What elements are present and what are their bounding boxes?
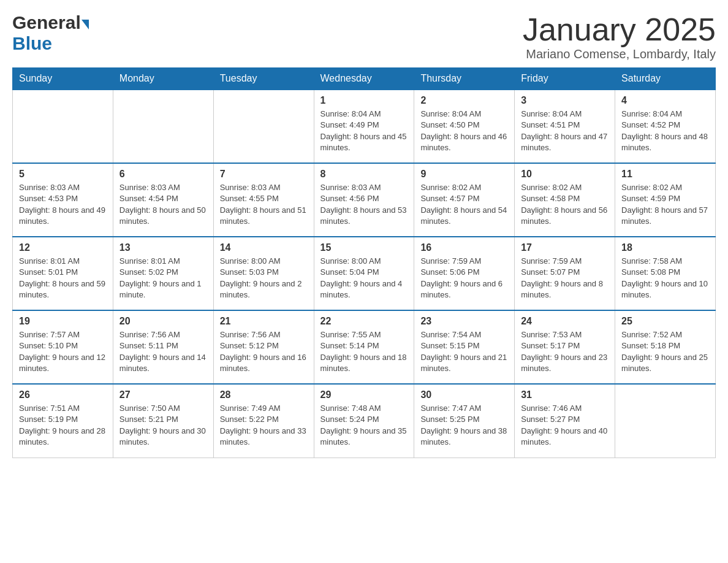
- calendar-cell: [113, 90, 213, 163]
- header-tuesday: Tuesday: [213, 68, 314, 90]
- day-info: Sunrise: 8:00 AM Sunset: 5:03 PM Dayligh…: [220, 256, 308, 301]
- day-info: Sunrise: 7:52 AM Sunset: 5:18 PM Dayligh…: [621, 329, 709, 374]
- day-info: Sunrise: 7:59 AM Sunset: 5:06 PM Dayligh…: [420, 256, 508, 301]
- calendar-cell: 28Sunrise: 7:49 AM Sunset: 5:22 PM Dayli…: [213, 384, 314, 458]
- day-info: Sunrise: 7:48 AM Sunset: 5:24 PM Dayligh…: [320, 403, 408, 448]
- day-number: 4: [621, 95, 709, 106]
- calendar-cell: 2Sunrise: 8:04 AM Sunset: 4:50 PM Daylig…: [414, 90, 515, 163]
- day-number: 17: [521, 242, 609, 253]
- day-number: 8: [320, 169, 408, 180]
- calendar-cell: 25Sunrise: 7:52 AM Sunset: 5:18 PM Dayli…: [615, 310, 716, 384]
- day-info: Sunrise: 8:03 AM Sunset: 4:54 PM Dayligh…: [119, 182, 207, 227]
- calendar-cell: 31Sunrise: 7:46 AM Sunset: 5:27 PM Dayli…: [515, 384, 615, 458]
- day-info: Sunrise: 7:57 AM Sunset: 5:10 PM Dayligh…: [19, 329, 107, 374]
- header-thursday: Thursday: [414, 68, 515, 90]
- calendar-cell: 30Sunrise: 7:47 AM Sunset: 5:25 PM Dayli…: [414, 384, 515, 458]
- day-number: 20: [119, 316, 207, 327]
- day-info: Sunrise: 8:04 AM Sunset: 4:52 PM Dayligh…: [621, 109, 709, 153]
- day-number: 14: [220, 242, 308, 253]
- day-info: Sunrise: 7:51 AM Sunset: 5:19 PM Dayligh…: [19, 403, 107, 448]
- day-number: 26: [19, 389, 107, 400]
- day-info: Sunrise: 7:59 AM Sunset: 5:07 PM Dayligh…: [521, 256, 609, 301]
- calendar-cell: [13, 90, 113, 163]
- day-info: Sunrise: 8:04 AM Sunset: 4:51 PM Dayligh…: [521, 109, 609, 153]
- day-number: 1: [320, 95, 408, 106]
- calendar-cell: 22Sunrise: 7:55 AM Sunset: 5:14 PM Dayli…: [314, 310, 414, 384]
- day-number: 13: [119, 242, 207, 253]
- day-info: Sunrise: 7:53 AM Sunset: 5:17 PM Dayligh…: [521, 329, 609, 374]
- day-info: Sunrise: 8:04 AM Sunset: 4:49 PM Dayligh…: [320, 109, 408, 153]
- day-number: 12: [19, 242, 107, 253]
- calendar-cell: 24Sunrise: 7:53 AM Sunset: 5:17 PM Dayli…: [515, 310, 615, 384]
- day-number: 21: [220, 316, 308, 327]
- calendar-cell: 1Sunrise: 8:04 AM Sunset: 4:49 PM Daylig…: [314, 90, 414, 163]
- header-wednesday: Wednesday: [314, 68, 414, 90]
- day-number: 31: [521, 389, 609, 400]
- day-number: 3: [521, 95, 609, 106]
- calendar-cell: 4Sunrise: 8:04 AM Sunset: 4:52 PM Daylig…: [615, 90, 716, 163]
- calendar-cell: 10Sunrise: 8:02 AM Sunset: 4:58 PM Dayli…: [515, 163, 615, 237]
- day-number: 2: [420, 95, 508, 106]
- day-number: 19: [19, 316, 107, 327]
- calendar-cell: 3Sunrise: 8:04 AM Sunset: 4:51 PM Daylig…: [515, 90, 615, 163]
- header-sunday: Sunday: [13, 68, 113, 90]
- day-number: 29: [320, 389, 408, 400]
- calendar-cell: 12Sunrise: 8:01 AM Sunset: 5:01 PM Dayli…: [13, 237, 113, 310]
- calendar-cell: 14Sunrise: 8:00 AM Sunset: 5:03 PM Dayli…: [213, 237, 314, 310]
- day-info: Sunrise: 7:56 AM Sunset: 5:11 PM Dayligh…: [119, 329, 207, 374]
- calendar-header-row: SundayMondayTuesdayWednesdayThursdayFrid…: [13, 68, 716, 90]
- calendar-cell: [213, 90, 314, 163]
- calendar-table: SundayMondayTuesdayWednesdayThursdayFrid…: [12, 67, 716, 458]
- logo: General Blue: [12, 12, 89, 54]
- day-number: 27: [119, 389, 207, 400]
- header-friday: Friday: [515, 68, 615, 90]
- calendar-cell: [615, 384, 716, 458]
- day-number: 15: [320, 242, 408, 253]
- week-row-2: 5Sunrise: 8:03 AM Sunset: 4:53 PM Daylig…: [13, 163, 716, 237]
- week-row-4: 19Sunrise: 7:57 AM Sunset: 5:10 PM Dayli…: [13, 310, 716, 384]
- day-info: Sunrise: 8:02 AM Sunset: 4:59 PM Dayligh…: [621, 182, 709, 227]
- calendar-cell: 16Sunrise: 7:59 AM Sunset: 5:06 PM Dayli…: [414, 237, 515, 310]
- calendar-cell: 27Sunrise: 7:50 AM Sunset: 5:21 PM Dayli…: [113, 384, 213, 458]
- calendar-cell: 13Sunrise: 8:01 AM Sunset: 5:02 PM Dayli…: [113, 237, 213, 310]
- day-info: Sunrise: 8:01 AM Sunset: 5:01 PM Dayligh…: [19, 256, 107, 301]
- day-info: Sunrise: 7:50 AM Sunset: 5:21 PM Dayligh…: [119, 403, 207, 448]
- calendar-cell: 9Sunrise: 8:02 AM Sunset: 4:57 PM Daylig…: [414, 163, 515, 237]
- page-header: General Blue January 2025 Mariano Comens…: [12, 12, 716, 61]
- day-number: 9: [420, 169, 508, 180]
- logo-blue: Blue: [12, 33, 52, 53]
- day-number: 25: [621, 316, 709, 327]
- calendar-cell: 18Sunrise: 7:58 AM Sunset: 5:08 PM Dayli…: [615, 237, 716, 310]
- day-info: Sunrise: 8:02 AM Sunset: 4:57 PM Dayligh…: [420, 182, 508, 227]
- calendar-cell: 20Sunrise: 7:56 AM Sunset: 5:11 PM Dayli…: [113, 310, 213, 384]
- day-info: Sunrise: 7:56 AM Sunset: 5:12 PM Dayligh…: [220, 329, 308, 374]
- calendar-cell: 23Sunrise: 7:54 AM Sunset: 5:15 PM Dayli…: [414, 310, 515, 384]
- month-title: January 2025: [523, 12, 716, 47]
- day-number: 16: [420, 242, 508, 253]
- header-monday: Monday: [113, 68, 213, 90]
- calendar-cell: 8Sunrise: 8:03 AM Sunset: 4:56 PM Daylig…: [314, 163, 414, 237]
- day-number: 30: [420, 389, 508, 400]
- day-info: Sunrise: 7:58 AM Sunset: 5:08 PM Dayligh…: [621, 256, 709, 301]
- calendar-cell: 15Sunrise: 8:00 AM Sunset: 5:04 PM Dayli…: [314, 237, 414, 310]
- day-number: 23: [420, 316, 508, 327]
- calendar-cell: 26Sunrise: 7:51 AM Sunset: 5:19 PM Dayli…: [13, 384, 113, 458]
- calendar-cell: 5Sunrise: 8:03 AM Sunset: 4:53 PM Daylig…: [13, 163, 113, 237]
- logo-arrow-icon: [82, 20, 89, 29]
- day-info: Sunrise: 8:02 AM Sunset: 4:58 PM Dayligh…: [521, 182, 609, 227]
- calendar-cell: 11Sunrise: 8:02 AM Sunset: 4:59 PM Dayli…: [615, 163, 716, 237]
- day-info: Sunrise: 8:03 AM Sunset: 4:53 PM Dayligh…: [19, 182, 107, 227]
- logo-general: General: [12, 12, 81, 33]
- day-number: 5: [19, 169, 107, 180]
- calendar-cell: 29Sunrise: 7:48 AM Sunset: 5:24 PM Dayli…: [314, 384, 414, 458]
- day-number: 6: [119, 169, 207, 180]
- day-number: 18: [621, 242, 709, 253]
- week-row-3: 12Sunrise: 8:01 AM Sunset: 5:01 PM Dayli…: [13, 237, 716, 310]
- week-row-5: 26Sunrise: 7:51 AM Sunset: 5:19 PM Dayli…: [13, 384, 716, 458]
- calendar-cell: 21Sunrise: 7:56 AM Sunset: 5:12 PM Dayli…: [213, 310, 314, 384]
- day-info: Sunrise: 7:54 AM Sunset: 5:15 PM Dayligh…: [420, 329, 508, 374]
- day-number: 11: [621, 169, 709, 180]
- day-info: Sunrise: 8:03 AM Sunset: 4:56 PM Dayligh…: [320, 182, 408, 227]
- day-info: Sunrise: 8:01 AM Sunset: 5:02 PM Dayligh…: [119, 256, 207, 301]
- day-number: 10: [521, 169, 609, 180]
